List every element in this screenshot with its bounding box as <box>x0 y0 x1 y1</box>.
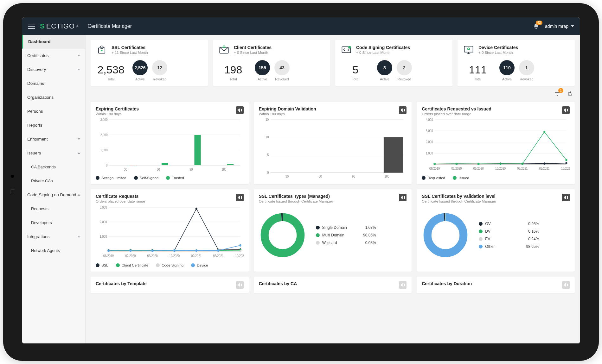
sidebar-item-label: Organizations <box>27 95 54 100</box>
legend-dot-icon <box>191 263 195 267</box>
filter-button[interactable]: 1 <box>554 91 561 97</box>
legend-item: Issued <box>453 176 469 180</box>
svg-text:2,000: 2,000 <box>100 220 107 224</box>
legend-dot-icon <box>479 229 483 233</box>
chart-options-icon[interactable] <box>399 194 407 201</box>
sidebar: DashboardCertificatesDiscoveryDomainsOrg… <box>22 35 86 343</box>
legend-item: Single Domain1.07% <box>316 225 376 230</box>
sidebar-item-ca-backends[interactable]: CA Backends <box>22 160 85 174</box>
chart-options-icon[interactable] <box>399 281 407 289</box>
legend-dot-icon <box>134 176 138 180</box>
sidebar-item-issuers[interactable]: Issuers <box>22 146 85 160</box>
legend-label: EV <box>485 237 490 241</box>
sidebar-item-private-cas[interactable]: Private CAs <box>22 174 85 188</box>
stat-active-label: Active <box>132 77 148 81</box>
sidebar-item-discovery[interactable]: Discovery <box>22 63 85 77</box>
sidebar-item-certificates[interactable]: Certificates <box>22 49 85 63</box>
legend-percent: 0.08% <box>365 241 376 245</box>
svg-text:60: 60 <box>319 175 322 179</box>
chart-options-icon[interactable] <box>562 281 570 289</box>
chart-options-icon[interactable] <box>236 106 244 114</box>
legend-label: Self-Signed <box>140 176 158 180</box>
stat-revoked-value: 1 <box>519 60 534 75</box>
svg-point-120 <box>130 249 131 252</box>
panel-title: SSL Certificates by Validation level <box>422 194 496 199</box>
sidebar-item-developers[interactable]: Developers <box>22 216 85 230</box>
svg-text:5: 5 <box>267 153 269 157</box>
legend-percent: 0.24% <box>528 237 539 241</box>
notifications-icon[interactable]: 42 <box>533 23 539 29</box>
legend-item: Self-Signed <box>134 176 158 180</box>
svg-text:2,000: 2,000 <box>100 133 108 137</box>
sidebar-item-persons[interactable]: Persons <box>22 104 85 118</box>
legend-item: SSL <box>96 263 108 267</box>
legend-item: Sectigo Limited <box>96 176 126 180</box>
sidebar-item-organizations[interactable]: Organizations <box>22 91 85 104</box>
expiring-domain-chart: 051015306090180 <box>259 116 407 180</box>
svg-text:3,000: 3,000 <box>426 129 433 133</box>
chart-legend: SSLClient CertificateCode SigningDevice <box>96 263 244 267</box>
legend-dot-icon <box>453 176 457 180</box>
stat-active-value: 3 <box>377 60 392 75</box>
stat-card-client-certificates: Client Certificates + 0 Since Last Month… <box>213 40 330 86</box>
legend-label: DV <box>485 229 490 234</box>
stat-subtitle: + 11 Since Last Month <box>112 51 148 54</box>
panel-title: Certificate Requests <box>96 194 145 199</box>
sidebar-item-requests[interactable]: Requests <box>22 202 85 216</box>
stat-card-device-certificates: Device Certificates + 0 Since Last Month… <box>458 40 575 86</box>
legend-label: Trusted <box>172 176 184 180</box>
sidebar-item-label: Network Agents <box>31 248 60 253</box>
legend-dot-icon <box>96 263 99 267</box>
svg-point-122 <box>174 249 176 252</box>
legend-item: OV0.95% <box>479 222 539 226</box>
sidebar-item-domains[interactable]: Domains <box>22 77 85 91</box>
svg-text:2,000: 2,000 <box>426 140 433 144</box>
legend-label: Client Certificate <box>122 263 148 267</box>
chart-options-icon[interactable] <box>562 194 570 201</box>
sidebar-item-code-signing-on-demand[interactable]: Code Signing on Demand <box>22 188 85 202</box>
svg-text:06/2021: 06/2021 <box>539 167 550 171</box>
legend-dot-icon <box>479 237 483 241</box>
svg-point-2 <box>101 50 102 51</box>
legend-label: OV <box>485 222 490 226</box>
svg-text:30: 30 <box>124 167 127 171</box>
user-menu[interactable]: admin mrap <box>545 24 574 29</box>
stat-cards-row: SSL Certificates + 11 Since Last Month 2… <box>86 35 580 89</box>
notifications-badge: 42 <box>536 21 542 25</box>
sidebar-item-label: Enrollment <box>27 137 48 141</box>
sidebar-item-network-agents[interactable]: Network Agents <box>22 244 85 258</box>
svg-text:02/2021: 02/2021 <box>517 167 528 171</box>
panel-requested-vs-issued: Certificates Requested vs Issued Orders … <box>417 102 575 184</box>
svg-point-76 <box>566 162 567 164</box>
stat-title: Device Certificates <box>478 45 518 50</box>
chart-options-icon[interactable] <box>236 194 244 201</box>
chart-options-icon[interactable] <box>236 281 244 289</box>
stat-active-value: 110 <box>499 60 515 75</box>
stat-total-label: Total <box>341 77 370 81</box>
panel-subtitle: Within 180 days <box>96 112 139 116</box>
refresh-button[interactable] <box>567 91 573 97</box>
hamburger-icon[interactable] <box>28 24 35 29</box>
sidebar-item-integrations[interactable]: Integrations <box>22 230 85 244</box>
chart-legend: Sectigo LimitedSelf-SignedTrusted <box>96 176 244 180</box>
ssl-types-donut <box>259 211 306 259</box>
sidebar-item-reports[interactable]: Reports <box>22 118 85 132</box>
panel-title: SSL Certificates Types (Managed) <box>259 194 333 199</box>
legend-dot-icon <box>156 263 160 267</box>
sidebar-item-dashboard[interactable]: Dashboard <box>22 35 85 49</box>
chart-options-icon[interactable] <box>399 106 407 114</box>
legend-label: Sectigo Limited <box>101 176 126 180</box>
svg-point-124 <box>217 249 219 252</box>
svg-rect-28 <box>162 163 168 165</box>
chart-options-icon[interactable] <box>562 106 570 114</box>
stat-total-value: 2,538 <box>96 64 125 76</box>
svg-text:10/2020: 10/2020 <box>169 254 180 258</box>
svg-rect-53 <box>384 137 403 173</box>
stat-revoked-label: Revoked <box>397 77 412 81</box>
svg-text:60: 60 <box>157 167 160 171</box>
svg-text:06/2020: 06/2020 <box>473 167 484 171</box>
sidebar-item-enrollment[interactable]: Enrollment <box>22 132 85 146</box>
legend-label: Issued <box>458 176 469 180</box>
panel-ssl-types: SSL Certificates Types (Managed) Certifi… <box>254 189 412 272</box>
legend-percent: 0.16% <box>528 229 539 234</box>
